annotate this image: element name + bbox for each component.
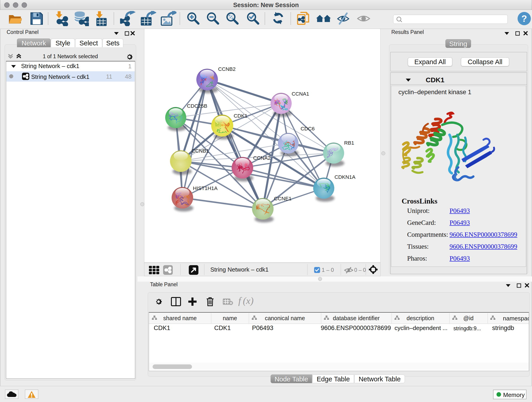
svg-text:CDK1: CDK1 (234, 113, 247, 119)
svg-text:HIST1H1A: HIST1H1A (193, 185, 218, 191)
svg-text:?: ? (521, 13, 527, 24)
svg-text:RB1: RB1 (344, 140, 354, 146)
svg-text:CCNB1: CCNB1 (191, 148, 209, 154)
svg-text:CCNB2: CCNB2 (218, 66, 235, 72)
svg-text:CDC25B: CDC25B (187, 103, 207, 109)
svg-text:CDKN1A: CDKN1A (335, 174, 355, 180)
svg-text:CCNA1: CCNA1 (292, 91, 309, 97)
svg-text:CCNA2: CCNA2 (253, 155, 271, 161)
svg-text:CCNE1: CCNE1 (274, 196, 291, 201)
svg-text:CDC6: CDC6 (301, 126, 315, 132)
